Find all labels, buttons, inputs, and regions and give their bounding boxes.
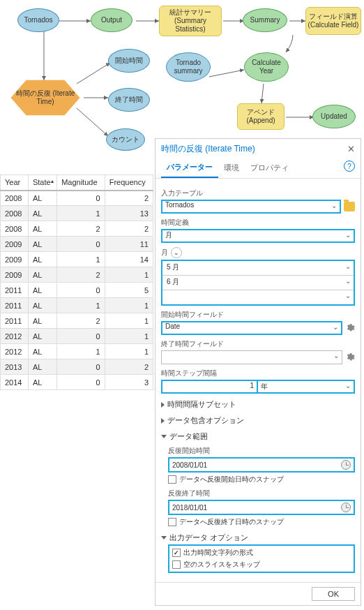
svg-line-8 bbox=[209, 70, 244, 77]
section-inclusion-opts[interactable]: データ包含オプション bbox=[161, 415, 355, 426]
month-option-1[interactable]: 5 月 bbox=[162, 261, 354, 275]
svg-line-5 bbox=[77, 63, 110, 84]
cell-frequency: 2 bbox=[105, 191, 153, 206]
col-magnitude[interactable]: Magnitude bbox=[57, 175, 105, 191]
out-fmt-label: 出力時間文字列の形式 bbox=[183, 548, 253, 558]
month-expand-toggle[interactable]: ⌄ bbox=[171, 247, 182, 258]
cell-year: 2011 bbox=[1, 298, 29, 313]
node-label: Updated bbox=[321, 112, 347, 121]
table-row[interactable]: 2009AL114 bbox=[1, 252, 153, 267]
cell-frequency: 1 bbox=[105, 344, 153, 359]
results-table: Year State Magnitude Frequency 2008AL022… bbox=[0, 174, 153, 390]
node-output[interactable]: Output bbox=[91, 8, 132, 32]
cell-state: AL bbox=[28, 237, 56, 252]
node-calculate-year[interactable]: Calculate Year bbox=[244, 52, 289, 82]
node-tornados[interactable]: Tornados bbox=[17, 8, 59, 32]
node-tornado-summary[interactable]: Tornado summary bbox=[166, 52, 211, 82]
table-row[interactable]: 2011AL05 bbox=[1, 283, 153, 298]
tab-properties[interactable]: プロパティ bbox=[245, 158, 294, 177]
input-table-select[interactable]: Tornados bbox=[161, 200, 341, 214]
month-option-empty[interactable] bbox=[162, 290, 354, 304]
cell-state: AL bbox=[28, 375, 56, 390]
section-data-range[interactable]: データ範囲 bbox=[161, 431, 355, 442]
start-field-select[interactable]: Date bbox=[161, 321, 342, 335]
node-calc-field[interactable]: フィールド演算 (Calculate Field) bbox=[305, 7, 361, 35]
panel-tabs: パラメーター 環境 プロパティ ? bbox=[156, 158, 361, 179]
node-label: カウント bbox=[112, 135, 139, 144]
iter-end-input[interactable]: 2018/01/01 bbox=[168, 500, 355, 515]
table-row[interactable]: 2008AL02 bbox=[1, 191, 153, 206]
cell-frequency: 2 bbox=[105, 221, 153, 237]
table-row[interactable]: 2011AL11 bbox=[1, 298, 153, 313]
cell-year: 2013 bbox=[1, 359, 29, 375]
clock-icon[interactable] bbox=[341, 503, 351, 512]
snap-start-checkbox[interactable] bbox=[168, 475, 176, 484]
cell-year: 2012 bbox=[1, 329, 29, 344]
col-frequency[interactable]: Frequency bbox=[105, 175, 153, 191]
table-row[interactable]: 2012AL01 bbox=[1, 329, 153, 344]
node-label: 開始時間 bbox=[115, 57, 143, 65]
cell-year: 2009 bbox=[1, 267, 29, 283]
section-interval-subset[interactable]: 時間間隔サブセット bbox=[161, 399, 355, 410]
label-end-field: 終了時間フィールド bbox=[161, 339, 355, 349]
table-row[interactable]: 2008AL113 bbox=[1, 206, 153, 221]
table-row[interactable]: 2008AL22 bbox=[1, 221, 153, 237]
cell-frequency: 1 bbox=[105, 329, 153, 344]
node-start-time[interactable]: 開始時間 bbox=[108, 49, 150, 73]
node-label: Tornados bbox=[24, 16, 52, 24]
tab-environment[interactable]: 環境 bbox=[218, 158, 245, 177]
gear-icon[interactable] bbox=[345, 323, 355, 333]
cell-magnitude: 0 bbox=[57, 329, 105, 344]
folder-icon[interactable] bbox=[344, 202, 355, 211]
table-row[interactable]: 2013AL02 bbox=[1, 359, 153, 375]
help-icon[interactable]: ? bbox=[344, 161, 355, 172]
node-append[interactable]: アペンド (Append) bbox=[237, 103, 285, 130]
table-row[interactable]: 2011AL21 bbox=[1, 313, 153, 329]
snap-end-checkbox[interactable] bbox=[168, 518, 176, 526]
cell-state: AL bbox=[28, 329, 56, 344]
table-row[interactable]: 2009AL21 bbox=[1, 267, 153, 283]
cell-year: 2008 bbox=[1, 206, 29, 221]
time-def-select[interactable]: 月 bbox=[161, 229, 355, 243]
clock-icon[interactable] bbox=[341, 460, 351, 470]
out-fmt-checkbox[interactable] bbox=[172, 549, 181, 557]
node-summary-stats[interactable]: 統計サマリー (Summary Statistics) bbox=[159, 6, 222, 36]
cell-magnitude: 0 bbox=[57, 191, 105, 206]
label-step-interval: 時間ステップ間隔 bbox=[161, 369, 355, 378]
node-iterate-time[interactable]: 時間の反復 (Iterate Time) bbox=[7, 78, 84, 117]
cell-state: AL bbox=[28, 252, 56, 267]
node-count[interactable]: カウント bbox=[106, 128, 145, 151]
cell-frequency: 3 bbox=[105, 375, 153, 390]
table-row[interactable]: 2009AL011 bbox=[1, 237, 153, 252]
node-label: Output bbox=[101, 16, 122, 24]
step-unit-select[interactable]: 年 bbox=[258, 380, 355, 394]
cell-year: 2014 bbox=[1, 375, 29, 390]
cell-magnitude: 0 bbox=[57, 375, 105, 390]
node-updated[interactable]: Updated bbox=[312, 105, 356, 128]
skip-empty-label: 空のスライスをスキップ bbox=[183, 560, 260, 570]
iter-start-input[interactable]: 2008/01/01 bbox=[168, 457, 355, 473]
close-icon[interactable]: ✕ bbox=[347, 144, 355, 154]
gear-icon[interactable] bbox=[345, 352, 355, 362]
panel-header: 時間の反復 (Iterate Time) ✕ bbox=[156, 139, 361, 158]
node-summary[interactable]: Summary bbox=[243, 8, 287, 32]
cell-year: 2009 bbox=[1, 252, 29, 267]
cell-state: AL bbox=[28, 298, 56, 313]
month-option-2[interactable]: 6 月 bbox=[162, 276, 354, 290]
tab-parameters[interactable]: パラメーター bbox=[161, 158, 218, 178]
col-year[interactable]: Year bbox=[1, 175, 29, 191]
step-number-input[interactable]: 1 bbox=[161, 380, 258, 394]
col-state[interactable]: State bbox=[28, 175, 56, 191]
cell-frequency: 13 bbox=[105, 206, 153, 221]
table-row[interactable]: 2014AL03 bbox=[1, 375, 153, 390]
node-label: Summary bbox=[250, 16, 280, 24]
section-output-opts[interactable]: 出力データ オプション bbox=[161, 533, 355, 543]
cell-state: AL bbox=[28, 267, 56, 283]
skip-empty-checkbox[interactable] bbox=[172, 560, 181, 569]
node-end-time[interactable]: 終了時間 bbox=[108, 88, 150, 112]
node-label: フィールド演算 (Calculate Field) bbox=[308, 13, 359, 29]
end-field-select[interactable] bbox=[161, 350, 342, 364]
table-row[interactable]: 2012AL11 bbox=[1, 344, 153, 359]
ok-button[interactable]: OK bbox=[312, 587, 355, 601]
iterate-time-panel: 時間の反復 (Iterate Time) ✕ パラメーター 環境 プロパティ ?… bbox=[155, 138, 361, 606]
